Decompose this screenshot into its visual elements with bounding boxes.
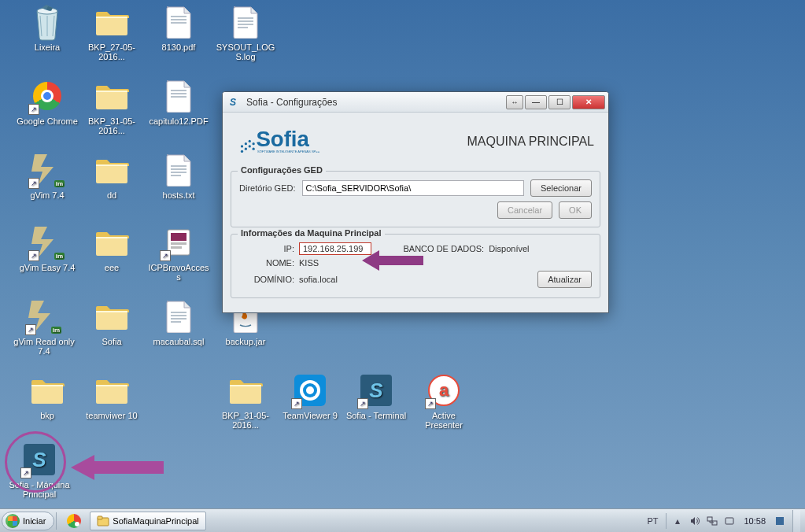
- tray-clock[interactable]: 10:58: [740, 516, 769, 526]
- window-close-button[interactable]: [572, 95, 605, 109]
- folder-icon: [93, 151, 131, 189]
- ged-dir-input[interactable]: [302, 180, 524, 196]
- shortcut-overlay-icon: ↗: [291, 398, 302, 409]
- desktop-icon-label: bkp: [14, 411, 80, 420]
- svg-rect-40: [726, 518, 733, 524]
- desktop-icon-label: Lixeira: [14, 42, 80, 52]
- gvim-icon: im↗: [28, 224, 66, 261]
- desktop-icon-lixeira[interactable]: Lixeira: [14, 3, 80, 52]
- tray-action-icon[interactable]: [723, 515, 736, 527]
- taskbar-item-label: SofiaMaquinaPrincipal: [113, 516, 198, 526]
- sofia-config-window: S Sofia - Configurações Sofia SOFTWARE I…: [222, 91, 609, 313]
- window-help-button[interactable]: [506, 95, 523, 109]
- taskbar-separator: [56, 512, 57, 530]
- svg-text:S: S: [230, 97, 236, 108]
- show-desktop-button[interactable]: [792, 510, 800, 532]
- taskbar-item-sofia[interactable]: SofiaMaquinaPrincipal: [90, 512, 205, 530]
- ged-cancel-button[interactable]: Cancelar: [497, 201, 552, 219]
- ged-groupbox: Configurações GED Diretório GED: Selecio…: [231, 171, 600, 227]
- shortcut-overlay-icon: ↗: [357, 398, 368, 409]
- window-title: Sofia - Configurações: [246, 97, 506, 108]
- gvim-icon: im↗: [25, 297, 63, 335]
- tray-misc-icon[interactable]: [774, 515, 786, 527]
- ap-icon: a↗: [425, 371, 463, 409]
- desktop-icon-gvim[interactable]: im↗gVim 7.4: [14, 151, 80, 200]
- desktop-icon-dd[interactable]: dd: [79, 151, 145, 200]
- svg-point-27: [249, 145, 251, 147]
- desktop-icon-bkp31a[interactable]: BKP_31-05-2016...: [79, 77, 145, 135]
- desktop-icon-hosts[interactable]: hosts.txt: [146, 151, 212, 200]
- desktop-icon-label: hosts.txt: [146, 190, 212, 200]
- desktop-icon-label: macaubal.sql: [146, 337, 212, 346]
- shortcut-overlay-icon: ↗: [28, 250, 39, 261]
- atualizar-button[interactable]: Atualizar: [537, 271, 592, 288]
- svg-rect-17: [171, 242, 186, 245]
- taskbar-pinned-chrome[interactable]: [60, 512, 88, 530]
- tray-show-hidden-icon[interactable]: ▴: [671, 515, 684, 527]
- desktop-icon-label: capitulo12.PDF: [146, 116, 212, 126]
- tray-volume-icon[interactable]: [689, 515, 701, 527]
- desktop-icon-macau[interactable]: macaubal.sql: [146, 297, 212, 346]
- ip-label: IP:: [239, 244, 294, 253]
- ged-select-button[interactable]: Selecionar: [530, 179, 592, 197]
- folder-icon: [97, 515, 109, 527]
- desktop-icon-label: BKP_27-05-2016...: [79, 42, 145, 61]
- desktop-icon-tv10[interactable]: teamviwer 10: [79, 371, 145, 420]
- desktop-icon-label: TeamViewer 9: [277, 411, 343, 420]
- desktop-icon-ap[interactable]: a↗Active Presenter: [411, 371, 477, 430]
- svg-text:SOFTWARE INTELIGENTE APENAS SP: SOFTWARE INTELIGENTE APENAS SP==: [257, 150, 320, 153]
- sofia-logo: Sofia SOFTWARE INTELIGENTE APENAS SP==: [237, 122, 339, 161]
- desktop-icon-cap12[interactable]: capitulo12.PDF: [146, 77, 212, 126]
- desktop-icon-sofiat[interactable]: S↗Sofia - Terminal: [343, 371, 409, 420]
- ged-ok-button[interactable]: OK: [559, 201, 592, 219]
- svg-point-29: [245, 142, 247, 145]
- window-titlebar[interactable]: S Sofia - Configurações: [223, 92, 608, 113]
- svg-point-26: [245, 148, 247, 150]
- db-value: Disponível: [489, 244, 529, 253]
- desktop-icon-label: Sofia - Terminal: [343, 411, 409, 420]
- desktop-icon-tv9[interactable]: ↗TeamViewer 9: [277, 371, 343, 420]
- windows-logo-icon: [6, 514, 20, 528]
- svg-rect-18: [171, 246, 182, 249]
- desktop-icon-sysout[interactable]: SYSOUT_LOGS.log: [212, 3, 279, 61]
- svg-point-25: [241, 150, 243, 153]
- desktop-icon-bkp27[interactable]: BKP_27-05-2016...: [79, 3, 145, 61]
- desktop-icon-eee[interactable]: eee: [79, 224, 145, 272]
- shortcut-overlay-icon: ↗: [28, 104, 39, 115]
- desktop-icon-label: dd: [79, 190, 145, 200]
- desktop-icon-label: eee: [79, 263, 145, 272]
- desktop-icon-label: gVim Read only 7.4: [11, 337, 77, 356]
- chrome-icon: [67, 514, 81, 528]
- start-label: Iniciar: [23, 516, 46, 526]
- folder-icon: [93, 224, 131, 261]
- folder-icon: [93, 297, 131, 335]
- folder-icon: [28, 371, 66, 409]
- desktop-icon-sofiamp[interactable]: S↗Sofia - Máquina Principal: [6, 441, 72, 499]
- desktop-icon-bkp31b[interactable]: BKP_31-05-2016...: [212, 371, 279, 430]
- desktop-icon-gvimr[interactable]: im↗gVim Read only 7.4: [11, 297, 77, 356]
- desktop-icon-chrome[interactable]: ↗Google Chrome: [14, 77, 80, 126]
- dominio-label: DOMÍNIO:: [239, 275, 294, 284]
- desktop-icon-label: ICPBravoAccess: [146, 263, 212, 282]
- start-button[interactable]: Iniciar: [2, 512, 54, 530]
- desktop-icon-gvime[interactable]: im↗gVim Easy 7.4: [14, 224, 80, 272]
- window-maximize-button[interactable]: [548, 95, 571, 109]
- desktop-icon-bkp[interactable]: bkp: [14, 371, 80, 420]
- tray-language[interactable]: PT: [644, 516, 661, 526]
- desktop-icon-label: Google Chrome: [14, 116, 80, 126]
- desktop-icon-8130[interactable]: 8130.pdf: [146, 3, 212, 52]
- taskbar: Iniciar SofiaMaquinaPrincipal PT ▴ 10:58: [0, 508, 805, 532]
- window-minimize-button[interactable]: [525, 95, 547, 109]
- svg-point-32: [253, 148, 255, 150]
- ged-dir-label: Diretório GED:: [239, 183, 296, 193]
- shortcut-overlay-icon: ↗: [425, 398, 436, 409]
- sofiat-icon: S↗: [20, 441, 58, 478]
- tray-network-icon[interactable]: [706, 515, 718, 527]
- desktop-icon-icp[interactable]: ↗ICPBravoAccess: [146, 224, 212, 282]
- txt-icon: [160, 297, 198, 335]
- gvim-icon: im↗: [28, 151, 66, 189]
- txt-icon: [227, 3, 264, 41]
- folder-icon: [227, 371, 264, 409]
- desktop-icon-sofiaf[interactable]: Sofia: [79, 297, 145, 346]
- svg-rect-16: [171, 233, 186, 241]
